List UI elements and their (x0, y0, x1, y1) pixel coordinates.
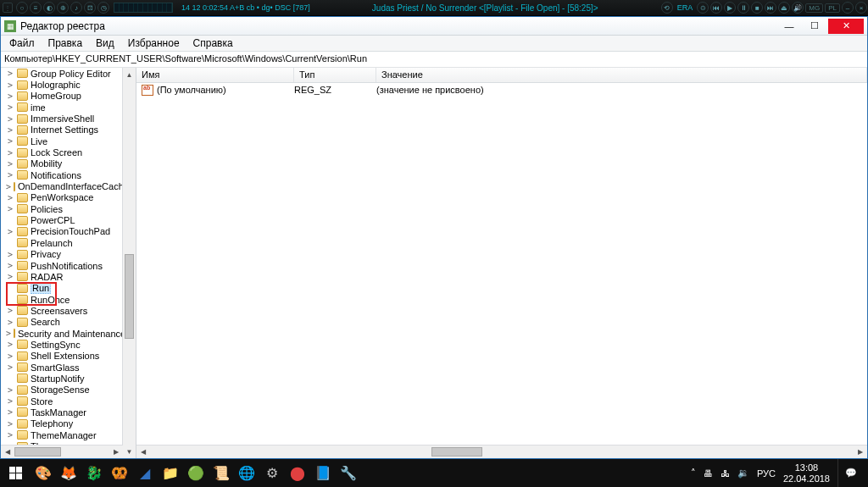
expand-icon[interactable] (6, 217, 14, 224)
menu-edit[interactable]: Правка (42, 36, 90, 51)
scroll-down-icon[interactable]: ▼ (123, 445, 136, 458)
tray-language[interactable]: РУС (757, 468, 776, 479)
player-btn[interactable]: ≡ (30, 2, 42, 14)
tree-item-taskmanager[interactable]: >TaskManager (1, 407, 122, 418)
player-btn[interactable]: ⊡ (84, 2, 96, 14)
col-value[interactable]: Значение (376, 68, 867, 82)
scroll-right-icon[interactable]: ▶ (854, 448, 867, 456)
maximize-button[interactable]: ☐ (803, 19, 826, 34)
expand-icon[interactable] (6, 374, 14, 382)
tree-item-lock-screen[interactable]: >Lock Screen (1, 147, 122, 158)
tree-item-screensavers[interactable]: >Screensavers (1, 305, 122, 316)
player-menu-icon[interactable]: ⋮ (3, 3, 13, 13)
expand-icon[interactable]: > (6, 171, 14, 179)
expand-icon[interactable]: > (6, 363, 14, 371)
tree-item-mobility[interactable]: >Mobility (1, 158, 122, 169)
play-icon[interactable]: ▶ (724, 2, 736, 14)
tree-item-storagesense[interactable]: >StorageSense (1, 385, 122, 396)
player-btn[interactable]: ○ (16, 2, 28, 14)
tree-item-pushnotifications[interactable]: >PushNotifications (1, 260, 122, 271)
tree-item-prelaunch[interactable]: Prelaunch (1, 237, 122, 248)
tree-item-internet-settings[interactable]: >Internet Settings (1, 125, 122, 136)
tree-item-smartglass[interactable]: >SmartGlass (1, 362, 122, 373)
taskbar-app[interactable]: 🐉 (81, 459, 107, 487)
volume-icon[interactable]: 🔊 (792, 2, 804, 14)
minimize-icon[interactable]: – (842, 2, 854, 14)
tree-item-group-policy-editor[interactable]: >Group Policy Editor (1, 68, 122, 79)
tree-item-security-and-maintenance[interactable]: >Security and Maintenance (1, 328, 122, 339)
expand-icon[interactable]: > (6, 251, 14, 258)
address-bar[interactable]: Компьютер\HKEY_CURRENT_USER\Software\Mic… (1, 52, 867, 68)
tree-item-thememanager[interactable]: >ThemeManager (1, 429, 122, 440)
expand-icon[interactable]: > (6, 386, 14, 394)
expand-icon[interactable] (6, 239, 14, 246)
action-center-icon[interactable]: 💬 (837, 459, 863, 487)
expand-icon[interactable]: > (6, 318, 14, 326)
scroll-left-icon[interactable]: ◀ (1, 448, 14, 456)
taskbar-app[interactable]: 🥨 (107, 459, 132, 487)
tree-item-search[interactable]: >Search (1, 317, 122, 328)
expand-icon[interactable]: > (6, 92, 14, 100)
scrollbar-thumb[interactable] (125, 254, 134, 339)
tray-chevron-icon[interactable]: ˄ (691, 468, 696, 479)
tree-item-shell-extensions[interactable]: >Shell Extensions (1, 351, 122, 362)
tray-clock[interactable]: 13:08 22.04.2018 (783, 462, 830, 484)
taskbar-app[interactable]: 🦊 (56, 459, 81, 487)
expand-icon[interactable]: > (6, 149, 14, 157)
taskbar-app[interactable]: 🔧 (336, 459, 361, 487)
tree-item-ondemandinterfacecache[interactable]: >OnDemandInterfaceCache (1, 180, 122, 191)
expand-icon[interactable]: > (6, 397, 14, 405)
player-tag[interactable]: MG (805, 3, 823, 13)
registry-tree[interactable]: >Group Policy Editor>Holographic>HomeGro… (1, 68, 122, 458)
expand-icon[interactable]: > (6, 137, 14, 145)
close-button[interactable]: ✕ (828, 19, 864, 34)
menu-view[interactable]: Вид (89, 36, 121, 51)
player-btn[interactable]: ◐ (43, 2, 55, 14)
tree-item-homegroup[interactable]: >HomeGroup (1, 91, 122, 102)
tree-item-settingsync[interactable]: >SettingSync (1, 339, 122, 350)
expand-icon[interactable]: > (6, 69, 14, 77)
tree-item-run[interactable]: Run (1, 283, 122, 294)
close-icon[interactable]: × (855, 2, 867, 14)
tree-item-radar[interactable]: >RADAR (1, 271, 122, 282)
tree-item-holographic[interactable]: >Holographic (1, 79, 122, 90)
taskbar-app[interactable]: 📁 (158, 459, 183, 487)
pause-icon[interactable]: ⏸ (737, 2, 749, 14)
expand-icon[interactable]: > (6, 420, 14, 428)
scroll-left-icon[interactable]: ◀ (136, 448, 150, 456)
tree-item-ime[interactable]: >ime (1, 102, 122, 113)
taskbar-app[interactable]: ⬤ (285, 459, 310, 487)
taskbar-app[interactable]: 🌐 (234, 459, 259, 487)
menu-help[interactable]: Справка (186, 36, 240, 51)
expand-icon[interactable]: > (6, 262, 14, 269)
expand-icon[interactable]: > (6, 431, 14, 439)
tray-volume-icon[interactable]: 🔉 (737, 468, 749, 479)
scroll-right-icon[interactable]: ▶ (109, 448, 123, 456)
titlebar[interactable]: ▦ Редактор реестра — ☐ ✕ (1, 17, 867, 36)
tree-item-notifications[interactable]: >Notifications (1, 169, 122, 180)
expand-icon[interactable]: > (6, 228, 14, 235)
expand-icon[interactable]: > (6, 183, 11, 191)
col-name[interactable]: Имя (136, 68, 294, 82)
open-icon[interactable]: ⏏ (778, 2, 790, 14)
minimize-button[interactable]: — (777, 19, 801, 34)
tray-printer-icon[interactable]: 🖶 (704, 468, 713, 479)
expand-icon[interactable]: > (6, 340, 14, 348)
expand-icon[interactable]: > (6, 273, 14, 280)
expand-icon[interactable]: > (6, 307, 14, 314)
expand-icon[interactable]: > (6, 81, 14, 89)
player-btn[interactable]: ♪ (70, 2, 82, 14)
list-header[interactable]: Имя Тип Значение (136, 68, 867, 83)
scrollbar-thumb[interactable] (431, 447, 482, 457)
expand-icon[interactable] (6, 296, 14, 303)
col-type[interactable]: Тип (294, 68, 376, 82)
expand-icon[interactable]: > (6, 126, 14, 134)
tree-horizontal-scrollbar[interactable]: ◀ ▶ (1, 445, 123, 458)
stop-icon[interactable]: ■ (751, 2, 763, 14)
expand-icon[interactable]: > (6, 115, 14, 123)
taskbar-app[interactable]: ◢ (132, 459, 158, 487)
player-tag[interactable]: PL (825, 3, 840, 13)
tree-item-penworkspace[interactable]: >PenWorkspace (1, 192, 122, 203)
menu-favorites[interactable]: Избранное (121, 36, 186, 51)
expand-icon[interactable]: > (6, 160, 14, 168)
